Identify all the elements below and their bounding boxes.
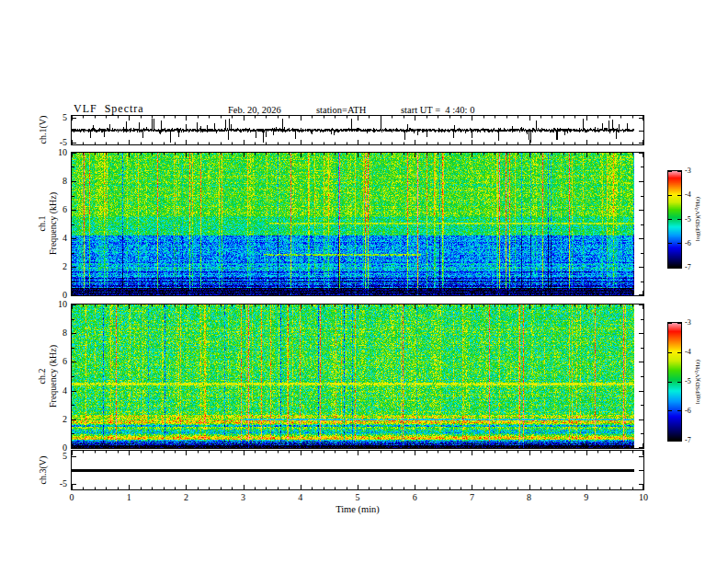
ch1-waveform-canvas xyxy=(72,116,643,144)
ch3-waveform-panel xyxy=(71,450,644,490)
time-xtick-label: 0 xyxy=(70,493,74,502)
ch1-freq-ytick-label: 2 xyxy=(63,262,67,271)
ch1-freq-ytick-label: 8 xyxy=(63,177,67,186)
colorbar-tick-label: -4 xyxy=(685,190,691,200)
ch1v-ytick-label: 5 xyxy=(63,113,67,122)
colorbar-ch2-label: log(PSD)(V²/Hz) xyxy=(693,317,702,446)
ch2-spectrogram-canvas xyxy=(72,304,643,448)
ch2-freq-ytick-label: 8 xyxy=(63,328,67,338)
ch1-freq-ytick-label: 4 xyxy=(63,234,67,243)
colorbar-tick-label: -5 xyxy=(685,215,691,224)
colorbar-tick-label: -5 xyxy=(685,377,691,386)
colorbar-tick-label: -6 xyxy=(685,407,691,416)
time-xtick-label: 6 xyxy=(413,493,417,502)
time-xtick-label: 10 xyxy=(639,493,648,502)
ch1v-ytick-label: -5 xyxy=(60,138,67,147)
time-axis-label: Time (min) xyxy=(336,504,380,514)
ch3v-ytick-label: 5 xyxy=(63,452,67,461)
ch1-frequency-label: Frequency (kHz) xyxy=(48,150,59,297)
ch2-freq-ytick-label: 4 xyxy=(63,386,67,396)
colorbar-tick-label: -3 xyxy=(685,318,691,327)
ch2-freq-ytick-label: 10 xyxy=(58,300,67,309)
ch1-channel-label: ch.1 xyxy=(37,150,48,297)
ch1-freq-ytick-label: 6 xyxy=(63,205,67,214)
ch1-waveform-panel xyxy=(71,115,644,145)
ch1-spectrogram-canvas xyxy=(72,153,643,295)
ch3-waveform-canvas xyxy=(72,451,643,489)
colorbar-ch2 xyxy=(667,322,682,442)
colorbar-tick-label: -7 xyxy=(685,436,691,445)
ch2-spectrogram-panel xyxy=(71,304,644,449)
ch2-freq-ytick-label: 6 xyxy=(63,357,67,366)
ch1-spectrogram-panel xyxy=(71,152,644,296)
time-xtick-label: 5 xyxy=(356,493,360,502)
time-xtick-label: 9 xyxy=(584,493,588,502)
ch3v-ytick-label: -5 xyxy=(60,479,67,488)
time-xtick-label: 4 xyxy=(298,493,302,502)
colorbar-tick-label: -7 xyxy=(685,263,691,272)
ch2-freq-ytick-label: 0 xyxy=(63,443,67,453)
colorbar-ch1-canvas xyxy=(668,171,681,268)
time-xtick-label: 8 xyxy=(527,493,531,502)
colorbar-ch1 xyxy=(667,170,682,269)
header-station: station=ATH xyxy=(316,105,366,115)
ch2-freq-ytick-label: 2 xyxy=(63,415,67,424)
vlf-spectra-figure: VLF Spectra Feb. 20, 2026 station=ATH st… xyxy=(0,0,728,563)
time-xtick-label: 2 xyxy=(184,493,188,502)
time-xtick-label: 7 xyxy=(470,493,474,502)
header-date: Feb. 20, 2026 xyxy=(228,105,281,115)
ch1-frequency-axis-label: ch.1 Frequency (kHz) xyxy=(37,150,59,297)
colorbar-ch1-label: log(PSD)(V²/Hz) xyxy=(693,155,702,283)
time-xtick-label: 3 xyxy=(241,493,245,502)
header-start-ut: start UT = 4 :40: 0 xyxy=(401,105,474,115)
colorbar-tick-label: -6 xyxy=(685,239,691,248)
colorbar-ch2-canvas xyxy=(668,323,681,441)
ch1-freq-ytick-label: 10 xyxy=(58,148,67,157)
colorbar-tick-label: -3 xyxy=(685,167,691,176)
time-xtick-label: 1 xyxy=(127,493,131,502)
colorbar-tick-label: -4 xyxy=(685,348,691,357)
plot-title: VLF Spectra xyxy=(74,102,144,116)
ch2-frequency-label: Frequency (kHz) xyxy=(48,303,59,450)
ch3-voltage-axis-label: ch.3(V) xyxy=(38,415,49,525)
